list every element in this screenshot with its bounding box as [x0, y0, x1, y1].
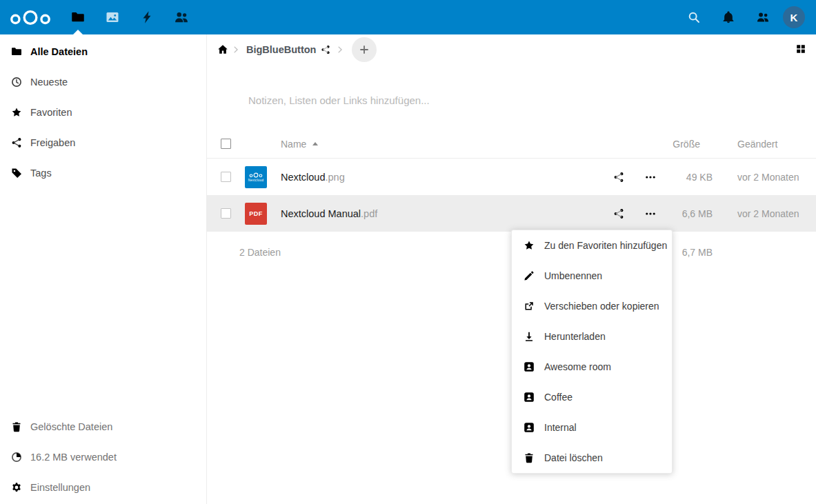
room-icon [524, 361, 535, 372]
size-column-header[interactable]: Größe [661, 139, 713, 150]
app-contacts-button[interactable] [164, 0, 199, 34]
file-table-header: Name Größe Geändert [207, 130, 816, 159]
nextcloud-logo-icon [9, 9, 52, 26]
breadcrumb: BigBlueButton [207, 34, 816, 65]
sidebar-nav-list: Alle Dateien Neueste Favoriten Freigaben… [0, 34, 206, 188]
menu-item-coffee[interactable]: Coffee [512, 382, 672, 412]
room-icon [524, 392, 535, 403]
trash-icon [11, 421, 22, 432]
sidebar-item-label: Alle Dateien [30, 46, 88, 57]
search-button[interactable] [677, 0, 711, 34]
trash-icon [524, 452, 535, 463]
contacts-icon [757, 11, 769, 23]
quota-icon [11, 452, 22, 463]
plus-icon [359, 44, 370, 55]
sidebar-item-settings[interactable]: Einstellungen [0, 472, 206, 503]
sidebar-item-label: Freigaben [30, 137, 75, 148]
bell-icon [722, 11, 735, 23]
star-icon [11, 107, 22, 118]
tag-icon [11, 168, 22, 179]
sidebar-item-shares[interactable]: Freigaben [0, 128, 206, 158]
search-icon [688, 11, 700, 23]
sidebar-item-label: Tags [30, 168, 52, 179]
row-checkbox[interactable] [221, 208, 231, 219]
photos-icon [106, 10, 119, 24]
more-actions-icon[interactable] [645, 172, 656, 183]
notes-placeholder: Notizen, Listen oder Links hinzufügen... [248, 94, 430, 106]
file-size: 49 KB [661, 172, 713, 183]
grid-view-toggle[interactable] [795, 43, 806, 54]
table-row[interactable]: PDF Nextcloud Manual .pdf 6,6 MB vor 2 M… [207, 195, 816, 232]
share-icon[interactable] [613, 208, 624, 219]
room-icon [524, 422, 535, 433]
quota-label: 16.2 MB verwendet [30, 452, 117, 463]
file-extension: .pdf [361, 208, 377, 219]
app-files-button[interactable] [61, 0, 95, 34]
nextcloud-logo[interactable] [0, 0, 61, 34]
menu-item-download[interactable]: Herunterladen [512, 321, 672, 352]
app-photos-button[interactable] [95, 0, 130, 34]
sidebar-item-favorites[interactable]: Favoriten [0, 97, 206, 128]
menu-item-label: Datei löschen [544, 452, 603, 463]
topbar-right-section: K [677, 0, 816, 34]
file-modified: vor 2 Monaten [713, 172, 816, 183]
table-row[interactable]: Nextcloud Nextcloud .png 49 KB vor 2 Mon… [207, 159, 816, 195]
menu-item-label: Zu den Favoriten hinzufügen [544, 240, 667, 251]
menu-item-delete-file[interactable]: Datei löschen [512, 443, 672, 473]
download-icon [524, 331, 535, 342]
sort-by-name-header[interactable]: Name [274, 139, 595, 150]
app-activity-button[interactable] [130, 0, 164, 34]
select-all-checkbox[interactable] [221, 139, 231, 149]
user-avatar[interactable]: K [783, 6, 805, 28]
file-name-link[interactable]: Nextcloud .png [274, 172, 595, 183]
menu-item-label: Awesome room [544, 361, 611, 372]
menu-item-label: Verschieben oder kopieren [544, 301, 659, 312]
folder-icon [11, 46, 22, 57]
file-size: 6,6 MB [661, 208, 713, 219]
menu-item-add-to-favorites[interactable]: Zu den Favoriten hinzufügen [512, 230, 672, 261]
file-basename: Nextcloud [281, 172, 325, 183]
file-name-link[interactable]: Nextcloud Manual .pdf [274, 208, 595, 219]
pdf-file-thumbnail: PDF [245, 203, 267, 225]
menu-item-label: Herunterladen [544, 331, 606, 342]
home-icon[interactable] [217, 44, 228, 55]
sidebar-item-label: Neueste [30, 77, 68, 88]
gear-icon [11, 482, 22, 493]
workspace-notes-editor[interactable]: Notizen, Listen oder Links hinzufügen... [248, 88, 816, 112]
sidebar-item-trash[interactable]: Gelöschte Dateien [0, 412, 206, 442]
sidebar-footer: Gelöschte Dateien 16.2 MB verwendet Eins… [0, 412, 206, 504]
notifications-button[interactable] [711, 0, 746, 34]
menu-item-rename[interactable]: Umbenennen [512, 261, 672, 291]
star-icon [524, 240, 535, 251]
modified-column-header[interactable]: Geändert [713, 139, 816, 150]
clock-icon [11, 77, 22, 88]
sidebar: Alle Dateien Neueste Favoriten Freigaben… [0, 34, 207, 504]
top-bar: K [0, 0, 816, 34]
menu-item-internal[interactable]: Internal [512, 412, 672, 443]
share-icon[interactable] [613, 172, 624, 183]
menu-item-label: Coffee [544, 392, 573, 403]
png-file-thumbnail: Nextcloud [245, 166, 267, 188]
file-modified: vor 2 Monaten [713, 208, 816, 219]
share-icon[interactable] [321, 45, 330, 54]
contacts-icon [175, 10, 188, 24]
more-actions-icon[interactable] [645, 208, 656, 219]
sidebar-item-label: Gelöschte Dateien [30, 421, 112, 432]
breadcrumb-current-folder[interactable]: BigBlueButton [246, 44, 316, 55]
sidebar-item-recent[interactable]: Neueste [0, 67, 206, 97]
sidebar-item-tags[interactable]: Tags [0, 158, 206, 188]
activity-icon [140, 10, 154, 24]
file-extension: .png [325, 172, 344, 183]
name-column-header: Name [281, 139, 306, 150]
contacts-menu-button[interactable] [746, 0, 780, 34]
new-file-button[interactable] [352, 37, 377, 62]
menu-item-label: Umbenennen [544, 270, 602, 281]
row-checkbox[interactable] [221, 172, 231, 182]
sidebar-item-all-files[interactable]: Alle Dateien [0, 37, 206, 67]
sidebar-quota: 16.2 MB verwendet [0, 442, 206, 472]
share-icon [11, 137, 22, 148]
menu-item-move-or-copy[interactable]: Verschieben oder kopieren [512, 291, 672, 321]
chevron-right-icon [335, 45, 345, 54]
file-basename: Nextcloud Manual [281, 208, 361, 219]
menu-item-awesome-room[interactable]: Awesome room [512, 352, 672, 382]
